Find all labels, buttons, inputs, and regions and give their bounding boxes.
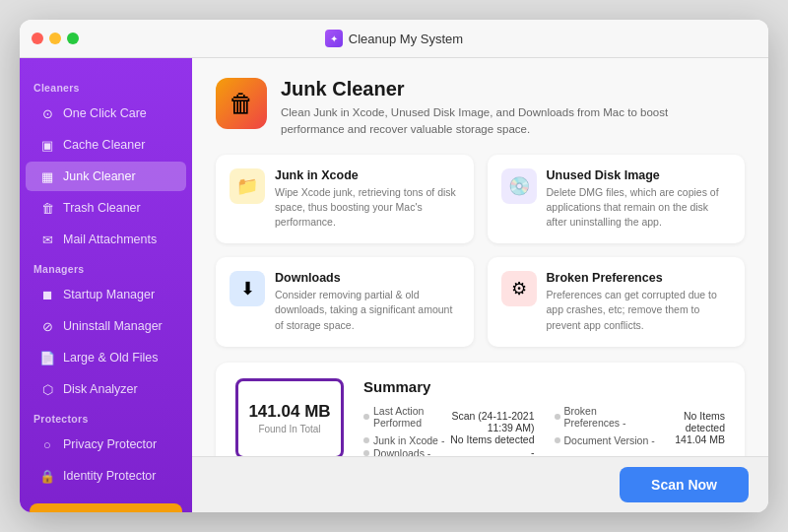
main-layout: Cleaners ⊙ One Click Care ▣ Cache Cleane…	[20, 58, 768, 512]
feature-card-junk-xcode: 📁 Junk in Xcode Wipe Xcode junk, retriev…	[216, 155, 474, 244]
sidebar-item-label: Startup Manager	[63, 288, 155, 301]
page-description: Clean Junk in Xcode, Unused Disk Image, …	[281, 104, 734, 139]
sidebar-item-disk-analyzer[interactable]: ⬡ Disk Analyzer	[26, 374, 186, 404]
feature-description: Delete DMG files, which are copies of ap…	[547, 185, 732, 231]
sidebar-item-label: Identity Protector	[63, 469, 157, 483]
content-header-text: Junk Cleaner Clean Junk in Xcode, Unused…	[281, 78, 734, 139]
minimize-button[interactable]	[49, 33, 61, 44]
sidebar-item-label: Uninstall Manager	[63, 319, 163, 333]
sidebar-item-cache-cleaner[interactable]: ▣ Cache Cleaner	[26, 130, 186, 160]
managers-section-label: Managers	[20, 255, 192, 279]
app-window: ✦ Cleanup My System Cleaners ⊙ One Click…	[20, 20, 768, 512]
feature-description: Wipe Xcode junk, retrieving tons of disk…	[275, 185, 460, 231]
feature-card-text: Unused Disk Image Delete DMG files, whic…	[547, 168, 732, 231]
sidebar-item-one-click-care[interactable]: ⊙ One Click Care	[26, 99, 186, 128]
feature-title: Unused Disk Image	[547, 168, 732, 182]
feature-title: Downloads	[275, 271, 460, 285]
feature-description: Preferences can get corrupted due to app…	[547, 288, 732, 333]
sidebar-item-label: Disk Analyzer	[63, 382, 138, 396]
sidebar-item-junk-cleaner[interactable]: ▦ Junk Cleaner	[26, 162, 186, 191]
content-header: 🗑 Junk Cleaner Clean Junk in Xcode, Unus…	[216, 78, 745, 139]
sidebar: Cleaners ⊙ One Click Care ▣ Cache Cleane…	[20, 58, 192, 512]
dot-icon	[555, 437, 560, 443]
sidebar-item-startup-manager[interactable]: ⏹ Startup Manager	[26, 280, 186, 309]
downloads-icon: ⬇	[230, 271, 265, 306]
junk-cleaner-icon: ▦	[39, 168, 55, 184]
feature-grid: 📁 Junk in Xcode Wipe Xcode junk, retriev…	[216, 155, 745, 347]
sidebar-item-label: Large & Old Files	[63, 351, 159, 365]
junk-cleaner-app-icon: 🗑	[216, 78, 267, 129]
page-title: Junk Cleaner	[281, 78, 734, 100]
row-value: No Items detected	[650, 410, 725, 433]
summary-row: Junk in Xcode - No Items detected	[363, 433, 535, 446]
main-content: 🗑 Junk Cleaner Clean Junk in Xcode, Unus…	[192, 58, 768, 456]
row-label: Last Action Performed	[363, 405, 441, 429]
row-value: -	[531, 446, 535, 456]
row-label: Broken Preferences -	[555, 405, 650, 429]
cache-cleaner-icon: ▣	[39, 137, 55, 153]
monitor-sub-label: Found In Total	[258, 424, 320, 434]
protectors-section-label: Protectors	[20, 405, 192, 429]
trash-cleaner-icon: 🗑	[39, 200, 55, 216]
sidebar-item-large-old-files[interactable]: 📄 Large & Old Files	[26, 343, 186, 372]
broken-prefs-icon: ⚙	[501, 271, 537, 306]
sidebar-item-label: Privacy Protector	[63, 437, 157, 451]
feature-title: Broken Preferences	[547, 271, 732, 285]
one-click-care-icon: ⊙	[39, 105, 55, 121]
row-value: Scan (24-11-2021 11:39 AM)	[441, 410, 534, 433]
summary-row: Broken Preferences - No Items detected	[555, 405, 726, 433]
identity-icon: 🔒	[39, 468, 55, 484]
cleaners-section-label: Cleaners	[20, 74, 192, 98]
dot-icon	[363, 414, 369, 420]
traffic-lights	[32, 33, 79, 44]
sidebar-item-privacy-protector[interactable]: ○ Privacy Protector	[26, 430, 186, 459]
feature-card-text: Downloads Consider removing partial & ol…	[275, 271, 460, 333]
window-title: Cleanup My System	[349, 32, 463, 46]
row-value: No Items detected	[450, 433, 534, 445]
monitor-size-value: 141.04 MB	[248, 402, 330, 422]
sidebar-footer: Unlock Full Version	[20, 492, 192, 512]
unlock-full-version-button[interactable]: Unlock Full Version	[30, 503, 182, 512]
close-button[interactable]	[32, 33, 43, 44]
summary-title: Summary	[363, 378, 725, 395]
startup-icon: ⏹	[39, 287, 55, 302]
summary-col-left: Last Action Performed Scan (24-11-2021 1…	[363, 405, 535, 456]
sidebar-item-trash-cleaner[interactable]: 🗑 Trash Cleaner	[26, 193, 186, 223]
summary-col-right: Broken Preferences - No Items detected D…	[555, 405, 726, 456]
dot-icon	[555, 414, 560, 420]
sidebar-item-label: Junk Cleaner	[63, 169, 136, 183]
sidebar-item-label: Mail Attachments	[63, 233, 157, 246]
row-label: Junk in Xcode -	[363, 434, 444, 446]
row-label: Document Version -	[555, 434, 655, 446]
summary-row: Document Version - 141.04 MB	[555, 433, 726, 446]
feature-title: Junk in Xcode	[275, 168, 460, 182]
row-value: 141.04 MB	[675, 433, 725, 445]
maximize-button[interactable]	[67, 33, 79, 44]
privacy-icon: ○	[39, 436, 55, 452]
monitor-container: 141.04 MB Found In Total	[235, 378, 344, 456]
titlebar: ✦ Cleanup My System	[20, 20, 768, 58]
uninstall-icon: ⊘	[39, 318, 55, 334]
files-icon: 📄	[39, 350, 55, 366]
monitor-display: 141.04 MB Found In Total	[235, 378, 344, 456]
summary-row: Downloads - -	[363, 446, 535, 456]
summary-row: Last Action Performed Scan (24-11-2021 1…	[363, 405, 535, 433]
content-area: 🗑 Junk Cleaner Clean Junk in Xcode, Unus…	[192, 58, 768, 512]
feature-card-text: Junk in Xcode Wipe Xcode junk, retrievin…	[275, 168, 460, 231]
sidebar-item-uninstall-manager[interactable]: ⊘ Uninstall Manager	[26, 311, 186, 341]
sidebar-item-label: Trash Cleaner	[63, 201, 141, 215]
disk-analyzer-icon: ⬡	[39, 381, 55, 397]
summary-rows: Last Action Performed Scan (24-11-2021 1…	[363, 405, 725, 456]
bottom-bar: Scan Now	[192, 456, 768, 512]
feature-card-text: Broken Preferences Preferences can get c…	[547, 271, 732, 333]
feature-card-downloads: ⬇ Downloads Consider removing partial & …	[216, 257, 474, 347]
summary-content: Summary Last Action Performed Scan (24-1…	[363, 378, 725, 456]
sidebar-item-identity-protector[interactable]: 🔒 Identity Protector	[26, 461, 186, 491]
dot-icon	[363, 450, 369, 456]
junk-xcode-icon: 📁	[230, 168, 265, 204]
mail-icon: ✉	[39, 232, 55, 247]
sidebar-item-mail-attachments[interactable]: ✉ Mail Attachments	[26, 225, 186, 254]
dot-icon	[363, 437, 369, 443]
app-icon-small: ✦	[325, 30, 343, 47]
scan-now-button[interactable]: Scan Now	[620, 467, 749, 502]
